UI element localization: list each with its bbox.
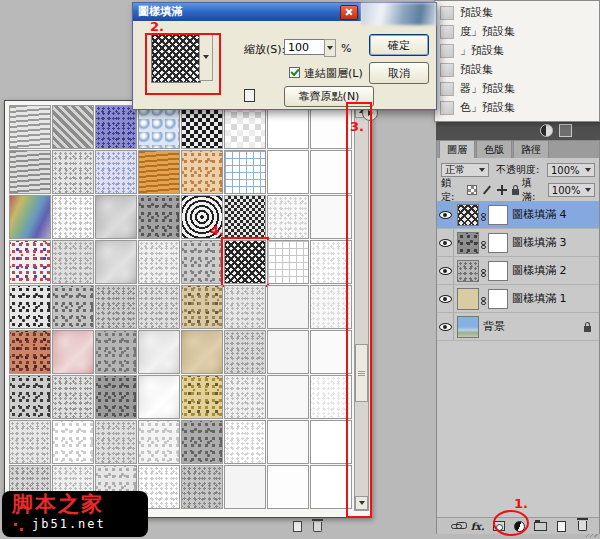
- pattern-swatch[interactable]: [9, 420, 51, 464]
- pattern-swatch[interactable]: [224, 330, 266, 374]
- preset-menu-item[interactable]: 器」預設集: [435, 79, 599, 98]
- pattern-swatch[interactable]: [267, 105, 309, 149]
- dock-adjustment-icon[interactable]: [540, 124, 553, 137]
- pattern-swatch[interactable]: [310, 150, 352, 194]
- pattern-swatch[interactable]: [9, 285, 51, 329]
- visibility-toggle[interactable]: [437, 313, 454, 340]
- pattern-swatch[interactable]: [95, 150, 137, 194]
- pattern-swatch[interactable]: [224, 285, 266, 329]
- visibility-toggle[interactable]: [437, 257, 454, 284]
- layer-mask-thumbnail[interactable]: [488, 233, 508, 253]
- group-icon-button[interactable]: [533, 519, 548, 533]
- layer-thumbnail[interactable]: [457, 232, 479, 254]
- pattern-swatch[interactable]: [310, 285, 352, 329]
- new-pattern-icon[interactable]: [293, 521, 302, 532]
- pattern-swatch[interactable]: [9, 240, 51, 284]
- pattern-swatch-selected[interactable]: [224, 240, 266, 284]
- pattern-swatch[interactable]: [138, 330, 180, 374]
- pattern-swatch[interactable]: [95, 195, 137, 239]
- pattern-swatch[interactable]: [310, 195, 352, 239]
- fill-field[interactable]: 100%: [548, 183, 595, 197]
- adjustment-layer-icon-button[interactable]: [512, 519, 527, 533]
- pattern-swatch[interactable]: [9, 195, 51, 239]
- pattern-swatch[interactable]: [95, 240, 137, 284]
- pattern-swatch[interactable]: [181, 420, 223, 464]
- lock-all-icon[interactable]: [512, 189, 519, 195]
- pattern-swatch[interactable]: [52, 285, 94, 329]
- pattern-swatch[interactable]: [52, 420, 94, 464]
- pattern-swatch[interactable]: [52, 375, 94, 419]
- pattern-swatch[interactable]: [52, 330, 94, 374]
- pattern-swatch[interactable]: [224, 150, 266, 194]
- pattern-swatch[interactable]: [138, 375, 180, 419]
- pattern-swatch[interactable]: [267, 330, 309, 374]
- pattern-swatch[interactable]: [310, 240, 352, 284]
- pattern-swatch[interactable]: [9, 150, 51, 194]
- pattern-swatch[interactable]: [224, 105, 266, 149]
- pattern-swatch[interactable]: [52, 240, 94, 284]
- layer-name[interactable]: 圖樣填滿 2: [512, 263, 597, 278]
- pattern-swatch[interactable]: [95, 420, 137, 464]
- pattern-swatch[interactable]: [181, 375, 223, 419]
- scrollbar-thumb[interactable]: [355, 344, 368, 402]
- link-layers-checkbox[interactable]: [289, 67, 300, 78]
- pattern-swatch[interactable]: [181, 150, 223, 194]
- ok-button[interactable]: 確定: [369, 34, 429, 56]
- layer-style-icon-button[interactable]: fx.: [470, 519, 485, 533]
- lock-transparent-icon[interactable]: [467, 185, 477, 195]
- pattern-swatch[interactable]: [52, 195, 94, 239]
- layer-mask-thumbnail[interactable]: [488, 289, 508, 309]
- layer-name[interactable]: 圖樣填滿 1: [512, 291, 597, 306]
- pattern-swatch[interactable]: [95, 105, 137, 149]
- layer-mask-thumbnail[interactable]: [488, 205, 508, 225]
- snap-to-origin-button[interactable]: 靠齊原點(N): [284, 86, 374, 107]
- layer-row[interactable]: 圖樣填滿 3: [437, 229, 599, 257]
- pattern-swatch[interactable]: [95, 375, 137, 419]
- pattern-swatch[interactable]: [9, 375, 51, 419]
- opacity-field[interactable]: 100%: [547, 163, 595, 177]
- pattern-swatch[interactable]: [138, 285, 180, 329]
- delete-layer-icon-button[interactable]: [575, 519, 590, 533]
- pattern-swatch[interactable]: [310, 420, 352, 464]
- new-layer-icon-button[interactable]: [554, 519, 569, 533]
- visibility-toggle[interactable]: [437, 201, 454, 228]
- pattern-swatch[interactable]: [224, 195, 266, 239]
- pattern-swatch[interactable]: [181, 285, 223, 329]
- layer-row[interactable]: 圖樣填滿 2: [437, 257, 599, 285]
- layer-thumbnail[interactable]: [457, 260, 479, 282]
- pattern-swatch[interactable]: [138, 240, 180, 284]
- pattern-swatch[interactable]: [267, 375, 309, 419]
- pattern-swatch[interactable]: [95, 285, 137, 329]
- layer-thumbnail[interactable]: [457, 204, 479, 226]
- pattern-swatch[interactable]: [9, 105, 51, 149]
- pattern-swatch[interactable]: [224, 375, 266, 419]
- pattern-swatch[interactable]: [138, 105, 180, 149]
- pattern-well-dropdown[interactable]: [199, 33, 213, 81]
- pattern-swatch[interactable]: [267, 195, 309, 239]
- pattern-swatch[interactable]: [181, 465, 223, 509]
- visibility-toggle[interactable]: [437, 285, 454, 312]
- dialog-close-button[interactable]: [340, 5, 358, 20]
- cancel-button[interactable]: 取消: [369, 62, 429, 84]
- tab-channels[interactable]: 色版: [476, 140, 512, 158]
- tab-paths[interactable]: 路徑: [513, 140, 549, 158]
- pattern-swatch[interactable]: [181, 105, 223, 149]
- pattern-swatch[interactable]: [138, 195, 180, 239]
- pattern-swatch[interactable]: [52, 105, 94, 149]
- layer-row[interactable]: 背景: [437, 313, 599, 341]
- pattern-swatch[interactable]: [267, 285, 309, 329]
- preset-menu-item[interactable]: 色」預設集: [435, 98, 599, 117]
- pattern-swatch[interactable]: [95, 330, 137, 374]
- preset-menu-item[interactable]: 預設集: [435, 60, 599, 79]
- visibility-toggle[interactable]: [437, 229, 454, 256]
- add-mask-icon-button[interactable]: [491, 519, 506, 533]
- pattern-swatch[interactable]: [310, 375, 352, 419]
- new-preset-icon[interactable]: [244, 89, 255, 102]
- layer-thumbnail[interactable]: [457, 316, 479, 338]
- lock-move-icon[interactable]: [497, 185, 507, 195]
- scale-slider-button[interactable]: [324, 39, 336, 57]
- tab-layers[interactable]: 圖層: [439, 140, 475, 158]
- layer-row[interactable]: 圖樣填滿 1: [437, 285, 599, 313]
- blend-mode-select[interactable]: 正常: [441, 163, 489, 177]
- pattern-swatch[interactable]: [267, 240, 309, 284]
